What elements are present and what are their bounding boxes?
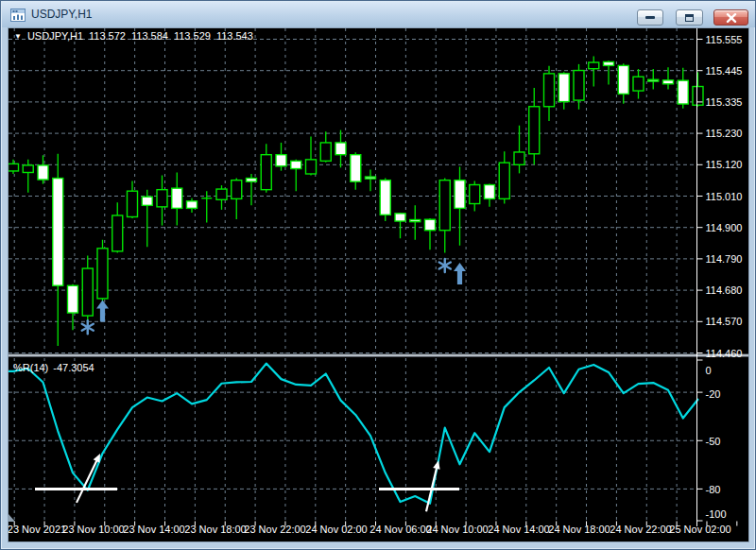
header-open: 113.572 — [89, 30, 126, 42]
svg-text:23 Nov 14:00: 23 Nov 14:00 — [123, 524, 184, 535]
chart-window-icon — [10, 9, 26, 22]
signal-markers — [82, 259, 466, 334]
up-arrow-signal-icon — [454, 263, 466, 284]
svg-text:25 Nov 02:00: 25 Nov 02:00 — [669, 524, 730, 535]
svg-text:115.555: 115.555 — [706, 34, 743, 45]
svg-text:-80: -80 — [706, 484, 721, 495]
svg-text:24 Nov 06:00: 24 Nov 06:00 — [369, 524, 431, 535]
minimize-button[interactable] — [637, 9, 663, 26]
svg-text:115.010: 115.010 — [706, 191, 743, 202]
svg-text:114.900: 114.900 — [706, 222, 743, 233]
svg-text:115.335: 115.335 — [706, 96, 743, 108]
indicator-name: %R(14) — [13, 362, 48, 373]
indicator-value: -47.3054 — [53, 362, 94, 373]
svg-text:23 Nov 18:00: 23 Nov 18:00 — [184, 524, 246, 535]
svg-text:115.445: 115.445 — [706, 65, 743, 77]
pane-divider — [9, 353, 748, 357]
mt4-chart-window: USDJPY,H1 ▼USDJPY,H1113.572113.584113.52… — [0, 0, 756, 550]
svg-text:24 Nov 22:00: 24 Nov 22:00 — [610, 524, 671, 535]
close-button[interactable] — [713, 9, 748, 26]
time-axis: 23 Nov 202123 Nov 10:0023 Nov 14:0023 No… — [9, 522, 737, 536]
candlesticks — [9, 56, 703, 346]
chart-canvas[interactable]: 115.555115.445115.335115.230115.120115.0… — [9, 28, 748, 541]
restore-button[interactable] — [676, 9, 703, 26]
chart-client-area[interactable]: ▼USDJPY,H1113.572113.584113.529113.543 %… — [9, 28, 748, 541]
up-arrow-signal-icon — [96, 300, 109, 321]
header-symbol: USDJPY,H1 — [27, 30, 83, 42]
chart-header: ▼USDJPY,H1113.572113.584113.529113.543 — [14, 30, 259, 42]
svg-text:114.570: 114.570 — [706, 316, 743, 327]
close-icon — [726, 13, 737, 23]
header-low: 113.529 — [174, 30, 211, 42]
wpr-line — [9, 364, 698, 504]
svg-text:0: 0 — [706, 365, 712, 376]
minimize-icon — [645, 16, 655, 19]
svg-text:114.680: 114.680 — [706, 284, 743, 296]
svg-text:114.790: 114.790 — [706, 253, 743, 265]
svg-text:114.460: 114.460 — [706, 348, 743, 359]
svg-text:23 Nov 10:00: 23 Nov 10:00 — [62, 524, 124, 535]
svg-text:-100: -100 — [706, 508, 727, 520]
window-titlebar[interactable]: USDJPY,H1 — [2, 2, 755, 27]
indicator-label: %R(14)-47.3054 — [13, 362, 99, 373]
chevron-down-icon: ▼ — [14, 32, 22, 41]
svg-text:24 Nov 02:00: 24 Nov 02:00 — [305, 524, 367, 535]
svg-text:-20: -20 — [706, 388, 721, 400]
svg-text:115.230: 115.230 — [706, 128, 743, 139]
header-close: 113.543 — [216, 30, 253, 42]
restore-icon — [685, 14, 694, 22]
svg-text:24 Nov 14:00: 24 Nov 14:00 — [488, 524, 549, 535]
header-high: 113.584 — [131, 30, 168, 42]
svg-text:23 Nov 2021: 23 Nov 2021 — [9, 524, 66, 535]
window-title: USDJPY,H1 — [31, 8, 92, 21]
svg-text:115.120: 115.120 — [706, 159, 743, 170]
svg-text:23 Nov 22:00: 23 Nov 22:00 — [244, 524, 305, 535]
svg-text:24 Nov 18:00: 24 Nov 18:00 — [548, 524, 610, 535]
svg-text:24 Nov 10:00: 24 Nov 10:00 — [426, 524, 488, 535]
svg-text:-50: -50 — [706, 436, 721, 447]
grid — [9, 28, 697, 521]
